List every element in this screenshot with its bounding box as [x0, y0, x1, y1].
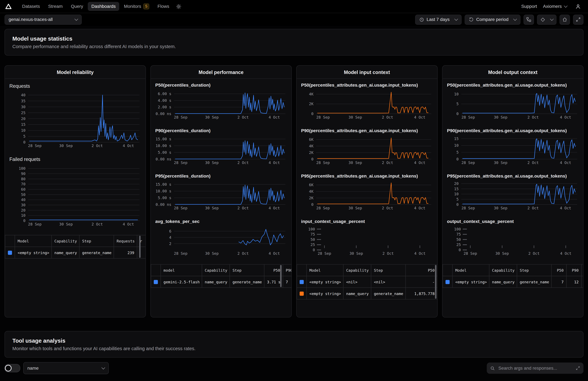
p95-input-tokens-chart[interactable]: 02K4K6K28 Sep30 Sep2 Oct4 Oct — [301, 180, 433, 210]
svg-text:2 Oct: 2 Oct — [527, 160, 539, 165]
panel-title: Model reliability — [5, 66, 146, 79]
p95-output-tokens-chart[interactable]: 0510152028 Sep30 Sep2 Oct4 Oct — [447, 180, 579, 210]
svg-text:5: 5 — [23, 134, 25, 138]
column-header: Step — [230, 264, 264, 276]
cell: 1,875.778 — [406, 288, 437, 299]
user-icon[interactable] — [573, 2, 583, 11]
cell: <empty string> — [15, 247, 52, 258]
flow-branch-icon — [526, 17, 531, 22]
expand-search-icon[interactable] — [576, 366, 580, 370]
p90-input-tokens-chart[interactable]: 02K4K6K28 Sep30 Sep2 Oct4 Oct — [301, 135, 433, 165]
time-range-button[interactable]: Last 7 days — [415, 14, 462, 24]
svg-text:30 Sep: 30 Sep — [348, 115, 362, 120]
nav-datasets[interactable]: Datasets — [18, 2, 43, 11]
p50-duration-chart[interactable]: 0.00 ns2.00 s4.00 s6.00 s28 Sep30 Sep2 O… — [155, 90, 287, 120]
p50-input-tokens-chart[interactable]: 02K4K28 Sep30 Sep2 Oct4 Oct — [301, 90, 433, 120]
table-row[interactable]: <empty string><nil><nil>- — [297, 276, 437, 288]
p95-duration-chart[interactable]: 0.00 ns5.00 s10.00 s15.00 s28 Sep30 Sep2… — [155, 180, 287, 210]
svg-text:20: 20 — [21, 208, 25, 213]
column-header: P95 — [581, 264, 583, 276]
svg-text:10: 10 — [454, 192, 459, 196]
svg-text:30: 30 — [21, 203, 25, 207]
table-scrollbar[interactable] — [139, 236, 141, 258]
svg-text:4 Oct: 4 Oct — [414, 160, 425, 165]
flow-button[interactable] — [524, 14, 534, 24]
svg-text:25: 25 — [456, 243, 461, 247]
panel-model-performance: Model performance P50(percentiles_durati… — [150, 65, 292, 317]
series-color-swatch — [8, 251, 12, 255]
dashboard-select[interactable]: genai.nexus-traces-all — [4, 14, 82, 24]
axiom-logo[interactable] — [5, 3, 12, 10]
nav-stream[interactable]: Stream — [44, 2, 66, 11]
svg-text:30 Sep: 30 Sep — [348, 160, 362, 165]
time-range-label: Last 7 days — [427, 17, 450, 22]
nav-query[interactable]: Query — [67, 2, 87, 11]
p50-output-tokens-chart[interactable]: 051028 Sep30 Sep2 Oct4 Oct — [447, 90, 579, 120]
svg-text:100: 100 — [454, 227, 461, 231]
fullscreen-button[interactable] — [573, 14, 584, 24]
output-context-usage-percent-chart[interactable]: 025507510028 Sep30 Sep2 Oct4 Oct — [447, 226, 579, 256]
cell: 12 — [567, 276, 581, 288]
p90-output-tokens-chart[interactable]: 05101528 Sep30 Sep2 Oct4 Oct — [447, 135, 579, 165]
svg-text:50: 50 — [456, 237, 461, 242]
requests-chart[interactable]: 051015202530354028 Sep30 Sep2 Oct4 Oct — [9, 91, 141, 148]
svg-text:100: 100 — [308, 227, 315, 231]
annotations-button[interactable] — [537, 14, 557, 24]
svg-text:4 Oct: 4 Oct — [269, 251, 280, 256]
svg-text:2 Oct: 2 Oct — [382, 160, 393, 165]
nav-flows[interactable]: Flows — [154, 2, 173, 11]
table-row[interactable]: <empty string>name_querygenerate_name712 — [443, 276, 583, 288]
column-header: Requests — [114, 235, 137, 247]
svg-text:50: 50 — [21, 192, 25, 197]
svg-text:35: 35 — [21, 99, 25, 103]
cell: name_query — [489, 276, 517, 288]
reliability-table: ModelCapabilityStepRequestsr<empty strin… — [5, 235, 146, 259]
svg-text:75: 75 — [456, 232, 461, 237]
diamond-icon — [540, 17, 545, 22]
svg-text:4 Oct: 4 Oct — [123, 143, 134, 148]
svg-text:0: 0 — [313, 248, 315, 252]
svg-text:30 Sep: 30 Sep — [205, 206, 219, 210]
model-usage-header-panel: Model usage statistics Compare performan… — [4, 29, 584, 56]
table-scrollbar[interactable] — [435, 265, 437, 299]
svg-text:25: 25 — [21, 111, 25, 115]
table-row[interactable]: gemini-2.5-flashname_querygenerate_name3… — [151, 276, 291, 288]
p90-duration-chart[interactable]: 0.00 ns5.00 s10.00 s15.00 s28 Sep30 Sep2… — [155, 135, 287, 165]
table-row[interactable]: <empty string>name_querygenerate_name1,8… — [297, 288, 437, 299]
avg-tokens-per-sec-chart[interactable]: 24628 Sep30 Sep2 Oct4 Oct — [155, 226, 287, 256]
input-context-usage-percent-chart[interactable]: 025507510028 Sep30 Sep2 Oct4 Oct — [301, 226, 433, 256]
svg-text:4 Oct: 4 Oct — [560, 115, 571, 120]
support-link[interactable]: Support — [521, 4, 537, 9]
search-input[interactable] — [498, 365, 573, 371]
dashboard-app: Datasets Stream Query Dashboards Monitor… — [0, 0, 588, 381]
cell: name_query — [202, 276, 230, 288]
org-menu[interactable]: Axiomers — [543, 4, 567, 9]
fullscreen-expand-icon — [576, 17, 581, 22]
section-title: Tool usage analysis — [12, 337, 576, 344]
series-color-swatch — [300, 291, 304, 296]
column-header: Capability — [202, 264, 230, 276]
compare-period-label: Compare period — [476, 17, 508, 22]
svg-text:4 Oct: 4 Oct — [560, 160, 571, 165]
nav-dashboards[interactable]: Dashboards — [88, 2, 119, 11]
home-button[interactable] — [560, 14, 570, 24]
svg-text:4 Oct: 4 Oct — [414, 206, 425, 210]
failed-requests-chart[interactable]: 010203040506070809010028 Sep30 Sep2 Oct4… — [9, 164, 141, 227]
series-color-swatch — [445, 280, 450, 284]
nav-monitors[interactable]: Monitors5 — [120, 2, 153, 11]
column-header: r — [137, 235, 146, 247]
table-scrollbar[interactable] — [280, 265, 282, 287]
filter-toggle[interactable] — [4, 364, 20, 372]
svg-text:70: 70 — [21, 182, 25, 186]
settings-gear-icon[interactable] — [174, 2, 184, 11]
svg-text:4 Oct: 4 Oct — [269, 160, 280, 165]
table-row[interactable]: <empty string>name_querygenerate_name239 — [5, 247, 146, 258]
svg-text:0: 0 — [311, 157, 314, 161]
svg-text:28 Sep: 28 Sep — [463, 251, 477, 256]
svg-text:4.00 s: 4.00 s — [158, 98, 171, 103]
svg-text:40: 40 — [21, 93, 25, 97]
compare-period-button[interactable]: Compare period — [464, 14, 521, 24]
name-filter-select[interactable]: name — [23, 362, 109, 374]
svg-text:2 Oct: 2 Oct — [382, 206, 393, 210]
chevron-down-icon — [454, 17, 458, 21]
